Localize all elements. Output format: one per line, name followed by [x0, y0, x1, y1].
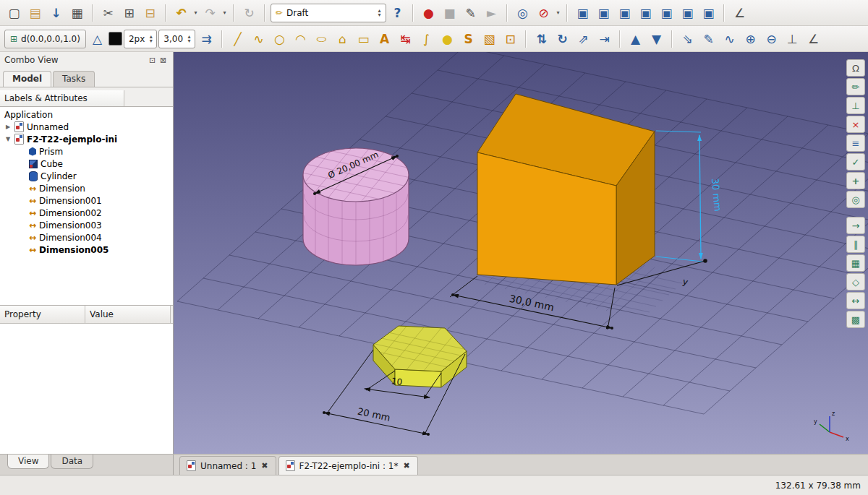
redo-dropdown-icon[interactable]: ▾ [221, 9, 228, 16]
snap-dimensions-icon[interactable]: ↔ [846, 292, 865, 309]
view-right-icon[interactable]: ▣ [636, 3, 655, 22]
rectangle-tool-icon[interactable]: ▭ [354, 29, 373, 48]
ellipse-tool-icon[interactable]: ○ [312, 33, 331, 44]
3d-viewport[interactable]: Ø 20,00 mm 30 mm y [174, 52, 868, 454]
point-tool-icon[interactable]: ● [438, 29, 457, 48]
tab-tasks[interactable]: Tasks [53, 71, 95, 87]
macro-record-icon[interactable]: ● [419, 3, 438, 22]
snap-near-icon[interactable]: → [846, 217, 865, 234]
spin-down-icon[interactable]: ▾ [376, 13, 383, 17]
working-plane-button[interactable]: ⊞ d(0.0,0.0,1.0) [4, 30, 86, 48]
add-point-tool-icon[interactable]: ⊕ [741, 29, 760, 48]
spin-down-icon[interactable]: ▾ [148, 39, 154, 43]
save-file-icon[interactable]: ↓ [46, 3, 66, 22]
close-tab-icon[interactable]: ✖ [402, 461, 410, 470]
polygon-tool-icon[interactable]: ⌂ [333, 29, 352, 48]
line-tool-icon[interactable]: ╱ [228, 29, 247, 48]
snap-center-icon[interactable]: ≡ [846, 134, 865, 152]
workbench-selector[interactable]: ✏ Draft ▴ ▾ [271, 4, 386, 22]
property-table-body[interactable] [0, 324, 173, 454]
cut-icon[interactable]: ✂ [98, 3, 118, 22]
refresh-icon[interactable]: ↻ [239, 3, 259, 22]
tab-data[interactable]: Data [51, 455, 93, 469]
tab-model[interactable]: Model [3, 71, 51, 87]
move-tool-icon[interactable]: ⇅ [532, 29, 551, 48]
offset-tool-icon[interactable]: ⇗ [574, 29, 593, 48]
wire-to-bspline-tool-icon[interactable]: ∿ [720, 29, 739, 48]
text-scale-spinbox[interactable]: 3,00 ▴ ▾ [158, 30, 195, 48]
line-color-swatch[interactable] [109, 32, 122, 46]
tree-item-cylinder[interactable]: Cylinder [0, 170, 173, 182]
paste-icon[interactable]: ⊟ [140, 3, 160, 22]
macro-play-icon[interactable]: ► [482, 3, 501, 22]
draw-style-dropdown-icon[interactable]: ▾ [555, 9, 561, 16]
tree-item-document[interactable]: ▼ F2-T22-ejemplo-ini [0, 133, 173, 145]
view-front-icon[interactable]: ▣ [594, 3, 613, 22]
undo-dropdown-icon[interactable]: ▾ [192, 9, 199, 16]
polyline-tool-icon[interactable]: ∿ [249, 29, 268, 48]
whats-this-icon[interactable]: ? [388, 3, 407, 22]
snap-angle-icon[interactable]: × [846, 116, 865, 133]
view-axonometric-icon[interactable]: ▣ [573, 3, 592, 22]
print-icon[interactable]: ▦ [67, 3, 87, 22]
arc-tool-icon[interactable]: ◠ [291, 29, 310, 48]
property-column-header[interactable]: Property [0, 306, 85, 323]
snap-parallel-icon[interactable]: + [846, 172, 865, 189]
tree-item-dimension002[interactable]: ↔ Dimension002 [0, 207, 173, 219]
bspline-tool-icon[interactable]: ∫ [417, 29, 436, 48]
tree-item-dimension004[interactable]: ↔ Dimension004 [0, 231, 173, 244]
apply-style-icon[interactable]: ⇉ [197, 29, 216, 48]
view-top-icon[interactable]: ▣ [615, 3, 634, 22]
view-rear-icon[interactable]: ▣ [657, 3, 676, 22]
tree-item-dimension003[interactable]: ↔ Dimension003 [0, 219, 173, 231]
downgrade-tool-icon[interactable]: ▼ [647, 29, 666, 48]
view-left-icon[interactable]: ▣ [699, 3, 718, 22]
tree-item-application[interactable]: Application [0, 108, 173, 121]
tree-item-unnamed[interactable]: ▶ Unnamed [0, 121, 173, 133]
new-file-icon[interactable]: ▢ [4, 3, 24, 22]
close-tab-icon[interactable]: ✖ [260, 461, 268, 470]
edit-tool-icon[interactable]: ✎ [699, 29, 718, 48]
snap-endpoint-icon[interactable]: ✏ [846, 78, 865, 95]
snap-working-plane-icon[interactable]: ◇ [846, 273, 865, 290]
snap-special-icon[interactable]: ◎ [846, 191, 865, 208]
trimex-tool-icon[interactable]: ⇥ [595, 29, 614, 48]
tree-item-dimension[interactable]: ↔ Dimension [0, 182, 173, 194]
facebinder-tool-icon[interactable]: ▧ [480, 29, 499, 48]
snap-ortho-icon[interactable]: ∥ [846, 236, 865, 253]
scale-tool-icon[interactable]: ⇘ [678, 29, 697, 48]
macro-edit-icon[interactable]: ✎ [461, 3, 480, 22]
delete-point-tool-icon[interactable]: ⊖ [762, 29, 781, 48]
snap-lock-icon[interactable]: Ω [846, 59, 865, 77]
heal-tool-icon[interactable]: ⊥ [783, 29, 802, 48]
text-tool-icon[interactable]: A [375, 29, 394, 48]
upgrade-tool-icon[interactable]: ▲ [626, 29, 645, 48]
snap-midpoint-icon[interactable]: ⊥ [846, 97, 865, 114]
value-column-header[interactable]: Value [85, 306, 171, 323]
dimension-tool-icon[interactable]: ↹ [396, 29, 415, 48]
3d-scene[interactable]: Ø 20,00 mm 30 mm y [174, 52, 868, 454]
line-width-select[interactable]: 2px ▴ ▾ [124, 30, 157, 48]
mdi-tab-document[interactable]: F2-T22-ejemplo-ini : 1* ✖ [278, 456, 418, 475]
workbench-spinner[interactable]: ▴ ▾ [376, 9, 383, 17]
tab-view[interactable]: View [7, 455, 49, 469]
tree-item-dimension005[interactable]: ↔ Dimension005 [0, 244, 173, 256]
draw-style-icon[interactable]: ⊘ [534, 3, 553, 22]
tree-item-cube[interactable]: Cube [0, 158, 173, 170]
view-bottom-icon[interactable]: ▣ [678, 3, 697, 22]
copy-icon[interactable]: ⊞ [119, 3, 139, 22]
mdi-tab-unnamed[interactable]: Unnamed : 1 ✖ [179, 456, 276, 475]
close-panel-icon[interactable]: ⊠ [158, 55, 169, 66]
redo-icon[interactable]: ↷ [200, 3, 220, 22]
snap-grid-icon[interactable]: ▦ [846, 254, 865, 272]
zoom-fit-icon[interactable]: ◎ [513, 3, 532, 22]
point-array-tool-icon[interactable]: ⊡ [501, 29, 520, 48]
float-panel-icon[interactable]: ⊡ [147, 55, 158, 66]
measure-distance-icon[interactable]: ∠ [730, 3, 749, 22]
toggle-grid-icon[interactable]: ▩ [846, 311, 865, 328]
rotate-tool-icon[interactable]: ↻ [553, 29, 572, 48]
spin-down-icon[interactable]: ▾ [186, 39, 192, 43]
open-file-icon[interactable]: ▤ [25, 3, 45, 22]
shapestring-tool-icon[interactable]: S [459, 29, 478, 48]
tree-item-prism[interactable]: Prism [0, 145, 173, 158]
